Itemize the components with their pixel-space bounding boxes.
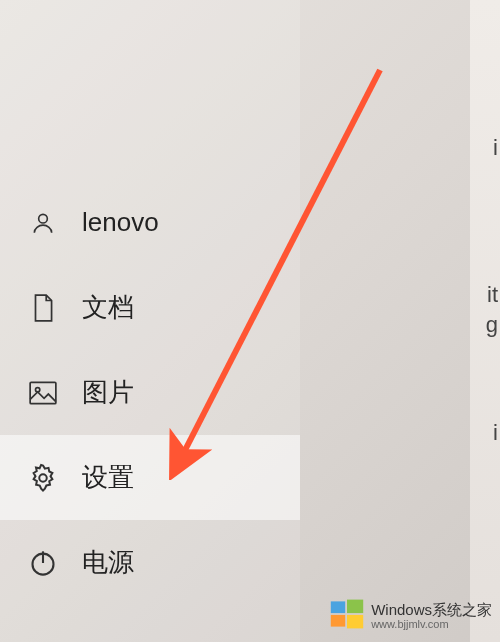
cropped-text-fragment: i bbox=[493, 420, 498, 446]
svg-rect-8 bbox=[347, 600, 363, 614]
watermark-title: Windows系统之家 bbox=[371, 602, 492, 619]
power-item[interactable]: 电源 bbox=[0, 520, 300, 605]
cropped-text-fragment: g bbox=[486, 312, 498, 338]
gear-icon bbox=[28, 463, 58, 493]
svg-rect-9 bbox=[331, 615, 345, 627]
document-icon bbox=[28, 293, 58, 323]
user-account-item[interactable]: lenovo bbox=[0, 180, 300, 265]
user-name-label: lenovo bbox=[82, 207, 159, 238]
pictures-label: 图片 bbox=[82, 375, 134, 410]
windows-logo-icon bbox=[329, 596, 365, 636]
settings-item[interactable]: 设置 bbox=[0, 435, 300, 520]
svg-point-3 bbox=[39, 474, 47, 482]
power-icon bbox=[28, 548, 58, 578]
settings-label: 设置 bbox=[82, 460, 134, 495]
cropped-text-fragment: it bbox=[487, 282, 498, 308]
watermark-text: Windows系统之家 www.bjjmlv.com bbox=[371, 602, 492, 631]
svg-rect-1 bbox=[30, 382, 56, 403]
documents-label: 文档 bbox=[82, 290, 134, 325]
user-icon bbox=[28, 208, 58, 238]
watermark-url: www.bjjmlv.com bbox=[371, 618, 492, 630]
svg-rect-10 bbox=[347, 615, 363, 629]
picture-icon bbox=[28, 378, 58, 408]
pictures-item[interactable]: 图片 bbox=[0, 350, 300, 435]
watermark: Windows系统之家 www.bjjmlv.com bbox=[329, 596, 492, 636]
svg-point-0 bbox=[39, 214, 48, 223]
start-menu-list: lenovo 文档 图片 设置 bbox=[0, 180, 300, 605]
power-label: 电源 bbox=[82, 545, 134, 580]
cropped-text-fragment: i bbox=[493, 135, 498, 161]
documents-item[interactable]: 文档 bbox=[0, 265, 300, 350]
svg-rect-7 bbox=[331, 601, 345, 613]
